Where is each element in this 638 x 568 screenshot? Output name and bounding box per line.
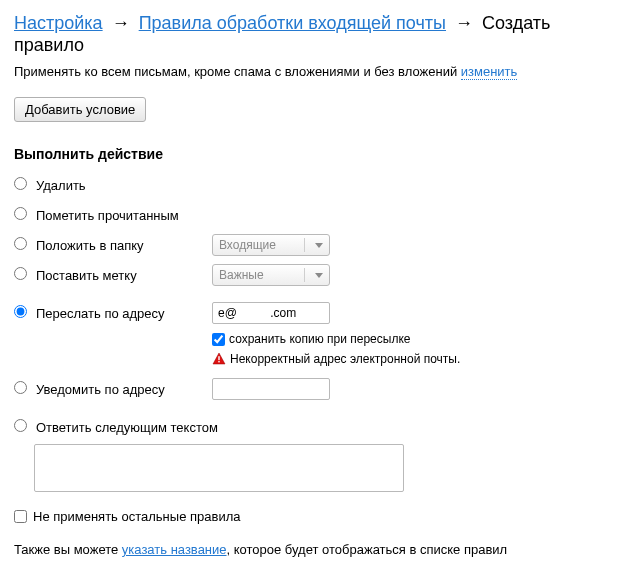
forward-error-text: Некорректный адрес электронной почты. [230, 350, 460, 368]
radio-set-label[interactable] [14, 267, 27, 280]
breadcrumb-link-rules[interactable]: Правила обработки входящей почты [139, 13, 446, 33]
select-folder-value: Входящие [219, 238, 300, 252]
label-delete[interactable]: Удалить [36, 178, 86, 193]
label-no-other-rules[interactable]: Не применять остальные правила [33, 509, 240, 524]
section-title-action: Выполнить действие [14, 146, 624, 162]
apply-change-link[interactable]: изменить [461, 64, 518, 80]
radio-mark-read[interactable] [14, 207, 27, 220]
no-other-rules-row: Не применять остальные правила [14, 509, 624, 524]
label-keep-copy[interactable]: сохранить копию при пересылке [229, 330, 410, 348]
action-row-delete: Удалить [14, 172, 624, 198]
action-row-mark-read: Пометить прочитанным [14, 202, 624, 228]
action-row-move-folder: Положить в папку Входящие [14, 232, 624, 258]
radio-move-folder[interactable] [14, 237, 27, 250]
forward-email-input[interactable] [212, 302, 330, 324]
warning-icon [212, 352, 226, 366]
label-notify[interactable]: Уведомить по адресу [36, 382, 165, 397]
label-reply[interactable]: Ответить следующим текстом [36, 420, 218, 435]
notify-email-input[interactable] [212, 378, 330, 400]
select-label-value: Важные [219, 268, 300, 282]
breadcrumb-separator: → [451, 13, 477, 33]
reply-text-input[interactable] [34, 444, 404, 492]
label-mark-read[interactable]: Пометить прочитанным [36, 208, 179, 223]
svg-rect-2 [218, 361, 219, 362]
also-pre: Также вы можете [14, 542, 122, 557]
specify-name-link[interactable]: указать название [122, 542, 227, 557]
action-row-notify: Уведомить по адресу [14, 376, 624, 402]
breadcrumb-separator: → [108, 13, 134, 33]
label-set-label[interactable]: Поставить метку [36, 268, 137, 283]
action-row-forward: Переслать по адресу [14, 300, 624, 326]
radio-reply[interactable] [14, 419, 27, 432]
add-condition-button[interactable]: Добавить условие [14, 97, 146, 122]
select-folder[interactable]: Входящие [212, 234, 330, 256]
apply-text: Применять ко всем письмам, кроме спама с… [14, 64, 461, 79]
chevron-down-icon [315, 273, 323, 278]
checkbox-no-other-rules[interactable] [14, 510, 27, 523]
chevron-down-icon [315, 243, 323, 248]
radio-forward[interactable] [14, 305, 27, 318]
label-forward[interactable]: Переслать по адресу [36, 306, 165, 321]
also-line: Также вы можете указать название, которо… [14, 542, 624, 557]
breadcrumb-link-settings[interactable]: Настройка [14, 13, 103, 33]
select-label[interactable]: Важные [212, 264, 330, 286]
forward-extras: сохранить копию при пересылке Некорректн… [212, 330, 624, 368]
svg-rect-1 [218, 356, 219, 360]
action-row-set-label: Поставить метку Важные [14, 262, 624, 288]
checkbox-keep-copy[interactable] [212, 333, 225, 346]
apply-line: Применять ко всем письмам, кроме спама с… [14, 64, 624, 79]
radio-notify[interactable] [14, 381, 27, 394]
also-post: , которое будет отображаться в списке пр… [227, 542, 508, 557]
action-row-reply: Ответить следующим текстом [14, 414, 624, 440]
radio-delete[interactable] [14, 177, 27, 190]
breadcrumb: Настройка → Правила обработки входящей п… [14, 12, 624, 56]
label-move-folder[interactable]: Положить в папку [36, 238, 144, 253]
